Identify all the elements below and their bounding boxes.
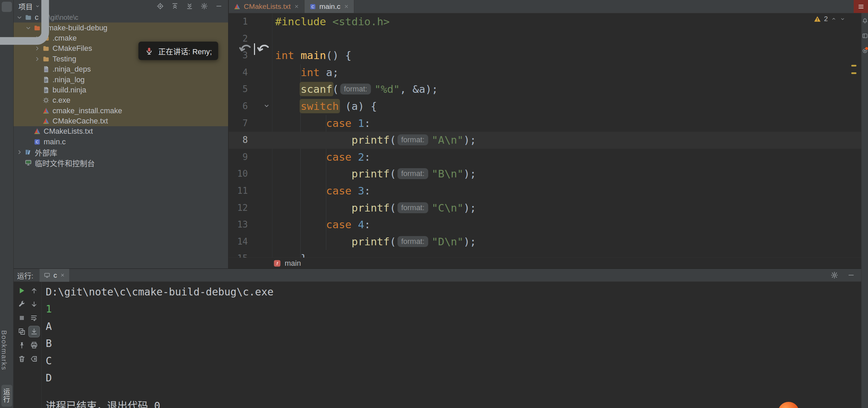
console-output-line: D:\git\note\c\cmake-build-debug\c.exe [46, 285, 273, 299]
settings-icon[interactable] [200, 2, 208, 10]
clear-icon[interactable] [30, 355, 38, 363]
run-toolbar [14, 282, 42, 408]
collapse-all-icon[interactable] [171, 2, 179, 10]
code-line[interactable]: 1#include <stdio.h> [229, 13, 861, 30]
tree-item-label: .ninja_log [53, 75, 85, 84]
hide-icon[interactable] [215, 2, 223, 10]
chevron-up-icon[interactable] [831, 16, 837, 22]
svg-text:C: C [36, 140, 39, 144]
pin-icon[interactable] [18, 341, 26, 349]
tree-item-label: main.c [44, 137, 66, 146]
parameter-hint: format: [398, 168, 428, 179]
cmake-icon [33, 128, 41, 135]
tree-item-label: cmake_install.cmake [53, 106, 122, 115]
bell-icon[interactable] [862, 18, 868, 24]
hide-icon[interactable] [847, 271, 855, 279]
svg-text:01: 01 [45, 69, 47, 72]
scroll-end-icon[interactable] [30, 327, 38, 336]
code-line[interactable]: 6 switch (a) { [229, 98, 861, 115]
up-icon[interactable] [30, 287, 38, 295]
chevron-right-icon[interactable] [16, 148, 23, 156]
tree-indent-spacer [33, 65, 41, 73]
editor-tab[interactable]: Cmain.c [304, 0, 354, 13]
tree-item[interactable]: build.ninja [14, 85, 228, 95]
line-number: 10 [229, 165, 248, 183]
scratch-icon [25, 159, 32, 166]
settings-icon[interactable] [830, 271, 838, 279]
tree-item[interactable]: 01.ninja_deps [14, 64, 228, 74]
code-line[interactable]: 11 case 3: [229, 183, 861, 200]
file-text-icon [42, 86, 50, 94]
tree-item-label: CMakeCache.txt [53, 117, 108, 126]
trash-icon[interactable] [18, 355, 26, 363]
layout-icon[interactable] [862, 33, 868, 39]
tree-indent-spacer [33, 117, 41, 125]
editor[interactable]: 2 1#include <stdio.h>23int main() {4 int… [229, 13, 861, 258]
file-text-icon [42, 76, 50, 84]
tree-item[interactable]: CMakeCache.txt [14, 116, 228, 126]
tree-item[interactable]: c.exe [14, 95, 228, 105]
breadcrumb-item[interactable]: main [285, 259, 301, 268]
circle-dot-icon[interactable] [862, 48, 868, 54]
code-text: case 2: [275, 149, 371, 166]
code-text: printf(format:"B\n"); [275, 165, 476, 183]
speaking-overlay: 正在讲话: Reny; [138, 42, 218, 60]
wrench-icon[interactable] [18, 300, 26, 308]
code-text: switch (a) { [275, 98, 377, 115]
code-line[interactable]: 10 printf(format:"B\n"); [229, 165, 861, 183]
tree-item[interactable]: CMakeLists.txt [14, 126, 228, 136]
overlay-menu-button[interactable] [854, 0, 868, 13]
code-text: printf(format:"C\n"); [275, 200, 476, 217]
close-icon[interactable] [294, 4, 299, 9]
code-line[interactable]: 4 int a; [229, 64, 861, 81]
bookmarks-stripe-button[interactable]: Bookmarks [0, 330, 14, 370]
tree-item[interactable]: Cmain.c [14, 137, 228, 147]
notification-badge [865, 47, 868, 50]
code-line[interactable]: 5 scanf(format:"%d", &a); [229, 81, 861, 98]
project-panel-toolbar [156, 2, 223, 10]
tree-item[interactable]: 外部库 [14, 147, 228, 157]
tree-item[interactable]: cmake_install.cmake [14, 106, 228, 116]
inspections-widget[interactable]: 2 [814, 15, 845, 23]
code-line[interactable]: 13 case 4: [229, 216, 861, 233]
code-line[interactable]: 14 printf(format:"D\n"); [229, 233, 861, 250]
code-line[interactable]: 15 } [229, 250, 861, 258]
hamburger-menu-icon [857, 3, 865, 10]
cmake-icon [42, 107, 50, 115]
line-number: 9 [229, 149, 248, 166]
code-text: } [275, 250, 307, 258]
code-line[interactable]: 9 case 2: [229, 149, 861, 166]
code-line[interactable]: 3int main() { [229, 47, 861, 64]
line-number: 15 [229, 250, 248, 258]
code-line[interactable]: 2 [229, 30, 861, 47]
down-icon[interactable] [30, 300, 38, 308]
run-tab-c[interactable]: c [40, 269, 70, 282]
wrap-icon[interactable] [30, 314, 38, 322]
locate-icon[interactable] [156, 2, 164, 10]
tree-item[interactable]: 临时文件和控制台 [14, 157, 228, 167]
console-user-input: 1 [46, 302, 52, 316]
run-console[interactable]: D:\git\note\c\cmake-build-debug\c.exe1AB… [42, 282, 861, 408]
expand-all-icon[interactable] [186, 2, 193, 10]
code-line[interactable]: 8 printf(format:"A\n"); [229, 132, 861, 149]
play-icon[interactable] [18, 287, 26, 295]
cmake-icon [234, 3, 241, 10]
stop-icon[interactable] [18, 314, 26, 322]
tree-item[interactable]: .ninja_log [14, 74, 228, 85]
left-tool-stripe: Bookmarks 运行 [0, 0, 14, 408]
chevron-down-icon[interactable] [840, 16, 845, 22]
run-stripe-button[interactable]: 运行 [1, 385, 12, 407]
code-line[interactable]: 12 printf(format:"C\n"); [229, 200, 861, 217]
undo-arrow-icon [256, 42, 271, 56]
stack-icon[interactable] [18, 327, 26, 336]
close-icon[interactable] [60, 273, 65, 278]
project-stripe-button[interactable] [2, 2, 12, 12]
console-output-line: 进程已结束，退出代码 0 [46, 399, 160, 408]
console-output-line: A [46, 320, 52, 333]
line-number: 8 [229, 132, 248, 149]
editor-tab[interactable]: CMakeLists.txt [229, 0, 304, 13]
printer-icon[interactable] [30, 341, 38, 349]
editor-tab-bar: CMakeLists.txtCmain.c [229, 0, 861, 13]
code-line[interactable]: 7 case 1: [229, 115, 861, 132]
close-icon[interactable] [344, 4, 349, 9]
